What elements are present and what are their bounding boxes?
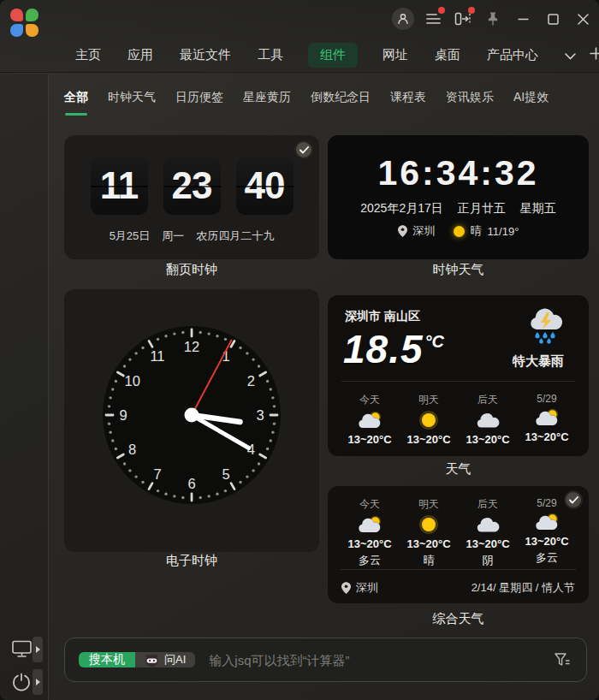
- subtab-countdown[interactable]: 倒数纪念日: [311, 90, 371, 116]
- power-icon[interactable]: [12, 673, 31, 695]
- flyout-arrow-icon: [36, 679, 40, 685]
- flip-minutes: 23: [172, 164, 212, 207]
- nav-tab-home[interactable]: 主页: [74, 43, 103, 68]
- combined-bottom-row: 深圳 2/14/ 星期四 / 情人节: [328, 575, 589, 601]
- sidebar-power-group: [0, 669, 49, 698]
- widget-label-weather: 天气: [328, 461, 589, 478]
- nav-tab-urls[interactable]: 网址: [381, 43, 410, 68]
- forecast-day: 明天: [418, 497, 439, 512]
- sun-icon: [416, 514, 442, 535]
- nav-tab-product-center[interactable]: 产品中心: [485, 43, 540, 68]
- menu-icon[interactable]: [422, 8, 444, 30]
- chevron-down-icon[interactable]: [565, 48, 576, 62]
- forecast-day: 今天: [359, 393, 380, 407]
- search-bar: 搜本机 问AI: [64, 638, 587, 682]
- widget-analog-clock[interactable]: 123456789101112: [64, 289, 319, 552]
- combined-city: 深圳: [356, 580, 378, 596]
- selected-check-badge[interactable]: [564, 490, 583, 509]
- cw-condition: 晴: [471, 223, 482, 239]
- app-window: 主页 应用 最近文件 工具 组件 网址 桌面 产品中心: [0, 0, 599, 700]
- snap-window-icon[interactable]: [452, 8, 474, 30]
- sunny-icon: [454, 226, 465, 237]
- nav-tab-recent-files[interactable]: 最近文件: [178, 43, 233, 68]
- widget-category-tabs: 全部 时钟天气 日历便签 星座黄历 倒数纪念日 课程表 资讯娱乐 AI提效: [64, 90, 549, 116]
- nav-tab-widgets[interactable]: 组件: [308, 43, 358, 68]
- logo-petal-blue: [10, 24, 23, 37]
- robot-icon: [145, 653, 159, 667]
- forecast-temp: 13~20°C: [406, 537, 450, 550]
- search-input[interactable]: [209, 653, 552, 667]
- flip-tile-seconds: 40: [236, 157, 294, 215]
- cw-date: 2025年2月17日: [360, 201, 443, 217]
- subtab-ai-boost[interactable]: AI提效: [513, 90, 549, 116]
- filter-icon[interactable]: [552, 650, 572, 670]
- sun-icon: [416, 410, 442, 430]
- widget-combined-weather[interactable]: 今天 13~20°C 多云 明天 13~20°C 晴 后天 13~20°C 阴 …: [328, 486, 589, 603]
- combined-location: 深圳: [341, 580, 378, 596]
- nav-tab-tools[interactable]: 工具: [256, 43, 285, 68]
- monitor-icon[interactable]: [12, 640, 32, 661]
- nav-tab-desktop[interactable]: 桌面: [433, 43, 462, 68]
- flip-tile-hours: 11: [91, 157, 148, 215]
- cw-temp-range: 11/19°: [488, 225, 519, 238]
- subtab-timetable[interactable]: 课程表: [390, 90, 426, 116]
- widget-clock-weather[interactable]: 16:34:32 2025年2月17日 正月廿五 星期五 深圳 晴 11/19°: [328, 135, 589, 259]
- user-icon[interactable]: [392, 8, 414, 30]
- forecast-temp: 13~20°C: [525, 535, 568, 548]
- flip-digits: 11 23 40: [64, 157, 319, 215]
- ask-ai-label: 问AI: [164, 652, 186, 667]
- forecast-temp: 13~20°C: [347, 537, 391, 550]
- sidebar-monitor-group: [0, 637, 49, 666]
- subtab-horoscope[interactable]: 星座黄历: [243, 90, 291, 116]
- minimize-icon[interactable]: [512, 8, 534, 30]
- widget-weather[interactable]: 深圳市 南山区 18.5°C 特大暴雨 今天 13~20°C 明天 13~20°…: [328, 295, 589, 456]
- app-logo-icon[interactable]: [10, 9, 39, 37]
- titlebar: 主页 应用 最近文件 工具 组件 网址 桌面 产品中心: [0, 0, 599, 73]
- subtab-all[interactable]: 全部: [64, 90, 88, 116]
- forecast-col: 后天 13~20°C: [460, 393, 515, 446]
- monitor-flyout-button[interactable]: [33, 637, 43, 662]
- forecast-day: 后天: [477, 393, 498, 407]
- weather-condition: 特大暴雨: [500, 353, 577, 370]
- forecast-col: 5/29 13~20°C: [519, 393, 574, 446]
- selected-check-badge[interactable]: [294, 140, 313, 159]
- forecast-col: 明天 13~20°C 晴: [401, 497, 456, 568]
- forecast-day: 5/29: [537, 497, 556, 509]
- cloud-icon: [475, 410, 501, 430]
- maximize-icon[interactable]: [542, 8, 564, 30]
- forecast-col: 今天 13~20°C: [342, 393, 397, 446]
- ask-ai-button[interactable]: 问AI: [135, 652, 195, 667]
- flyout-arrow-icon: [36, 646, 40, 653]
- svg-text:12: 12: [184, 339, 199, 354]
- search-mode-switch: 搜本机 问AI: [79, 648, 195, 672]
- subtab-calendar-notes[interactable]: 日历便签: [175, 90, 223, 116]
- nav-tab-apps[interactable]: 应用: [126, 43, 155, 68]
- add-tab-button[interactable]: [590, 47, 599, 62]
- subtab-news-fun[interactable]: 资讯娱乐: [446, 90, 494, 116]
- flip-lunar: 农历四月二十九: [196, 228, 274, 244]
- forecast-temp: 13~20°C: [525, 430, 568, 443]
- logo-petal-green: [26, 9, 39, 21]
- search-local-button[interactable]: 搜本机: [79, 652, 135, 667]
- flip-clock-date-row: 5月25日 周一 农历四月二十九: [64, 228, 319, 244]
- forecast-temp: 13~20°C: [466, 537, 509, 550]
- weather-city: 深圳市 南山区: [345, 309, 420, 324]
- storm-rain-icon: [527, 306, 565, 345]
- window-controls: [392, 7, 594, 31]
- widget-flip-clock[interactable]: 11 23 40 5月25日 周一 农历四月二十九: [64, 135, 319, 259]
- forecast-condition: 多云: [536, 550, 558, 566]
- forecast-temp: 13~20°C: [466, 433, 509, 446]
- flip-seconds: 40: [245, 164, 285, 207]
- cloud-sun-icon: [534, 512, 560, 532]
- close-icon[interactable]: [572, 8, 594, 30]
- weather-forecast-row: 今天 13~20°C 明天 13~20°C 后天 13~20°C 5/29 13…: [328, 393, 589, 446]
- cw-lunar: 正月廿五: [458, 201, 506, 217]
- pin-icon[interactable]: [482, 8, 504, 30]
- primary-nav: 主页 应用 最近文件 工具 组件 网址 桌面 产品中心: [74, 41, 590, 68]
- cw-city: 深圳: [413, 223, 436, 239]
- power-flyout-button[interactable]: [33, 669, 43, 695]
- forecast-col: 明天 13~20°C: [401, 393, 456, 446]
- temp-unit: °C: [425, 332, 444, 351]
- subtab-clock-weather[interactable]: 时钟天气: [108, 90, 156, 116]
- cloud-sun-icon: [357, 514, 383, 535]
